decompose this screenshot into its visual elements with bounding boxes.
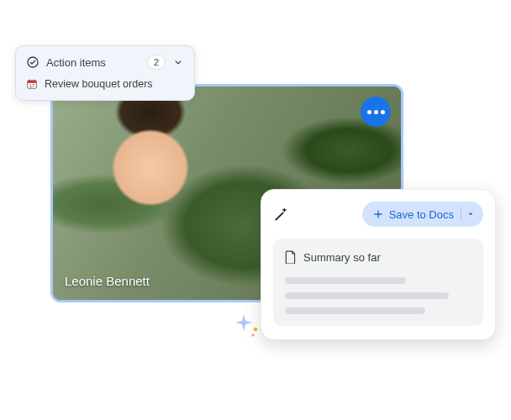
svg-point-0: [28, 57, 38, 67]
skeleton-line: [285, 277, 406, 284]
svg-rect-3: [29, 79, 30, 81]
summary-title: Summary so far: [303, 251, 381, 264]
plus-icon: [372, 208, 384, 220]
more-options-button[interactable]: [361, 97, 391, 127]
dot-icon: [367, 110, 371, 114]
svg-point-6: [254, 328, 257, 331]
summary-panel-header: Save to Docs: [273, 202, 483, 227]
svg-text:17: 17: [29, 83, 34, 88]
action-item-text: Review bouquet orders: [45, 78, 153, 90]
summary-content-box: Summary so far: [273, 239, 483, 326]
action-items-title: Action items: [46, 56, 140, 69]
action-items-header[interactable]: Action items 2: [26, 55, 184, 70]
participant-name-label: Leonie Bennett: [65, 274, 150, 288]
skeleton-line: [285, 292, 449, 299]
save-to-docs-main[interactable]: Save to Docs: [372, 208, 454, 221]
skeleton-line: [285, 307, 425, 314]
save-to-docs-label: Save to Docs: [389, 208, 454, 221]
action-items-panel: Action items 2 17 Review bouquet orders: [15, 45, 195, 101]
summary-title-row: Summary so far: [285, 250, 471, 264]
sparkle-icon: [232, 309, 262, 339]
action-item-row[interactable]: 17 Review bouquet orders: [26, 78, 184, 90]
divider: [461, 207, 461, 221]
document-icon: [285, 250, 297, 264]
save-to-docs-button[interactable]: Save to Docs: [362, 202, 483, 227]
svg-point-7: [251, 333, 254, 336]
action-items-count-badge: 2: [147, 55, 166, 70]
dot-icon: [374, 110, 378, 114]
magic-wand-icon: [273, 206, 290, 223]
summary-panel: Save to Docs Summary so far: [261, 189, 496, 340]
calendar-icon: 17: [26, 78, 38, 90]
svg-rect-4: [34, 79, 34, 81]
chevron-down-icon: [172, 56, 184, 68]
caret-down-icon[interactable]: [466, 210, 475, 218]
dot-icon: [381, 110, 385, 114]
check-circle-icon: [26, 55, 40, 69]
